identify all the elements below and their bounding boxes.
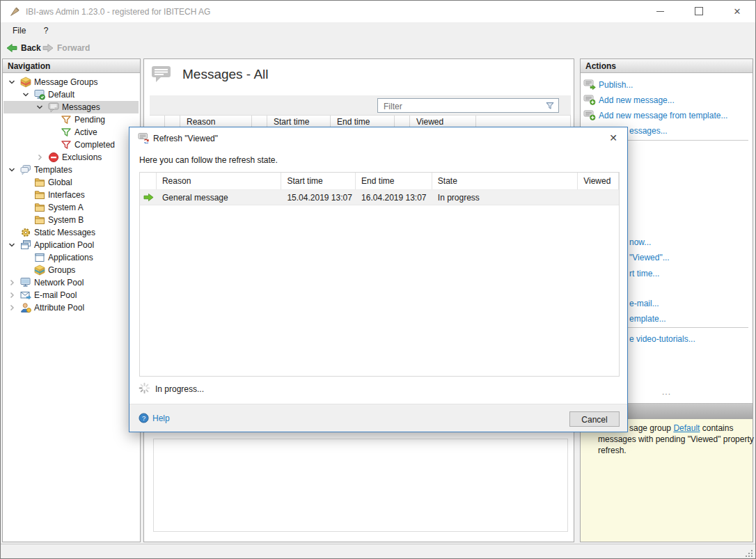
static-messages-icon	[20, 227, 31, 238]
application-icon	[34, 252, 45, 263]
action-item-fragment[interactable]: "Viewed"...	[629, 253, 670, 262]
navigation-panel: Navigation Message GroupsDefaultMessages…	[2, 58, 141, 542]
default-group-link[interactable]: Default	[673, 423, 700, 433]
nav-item-application-pool[interactable]: Application Pool	[3, 239, 139, 251]
navigation-header: Navigation	[3, 59, 140, 73]
nav-item-static-messages[interactable]: Static Messages	[3, 226, 139, 239]
refresh-table-cell: 16.04.2019 13:07	[356, 190, 432, 205]
chevron-right-icon[interactable]	[8, 291, 16, 299]
action-item-fragment[interactable]: now...	[629, 237, 651, 247]
filter-funnel-icon[interactable]	[545, 101, 555, 111]
nav-item-interfaces[interactable]: Interfaces	[3, 189, 139, 201]
refresh-column-header-blank	[140, 173, 157, 189]
help-link[interactable]: Help	[152, 414, 170, 423]
nav-item-system-b[interactable]: System B	[3, 214, 139, 226]
window-title: IBI-aws Admin 1.23.0 - registered for IB…	[26, 7, 210, 17]
back-arrow-icon	[6, 43, 17, 53]
action-item-fragment[interactable]: e-mail...	[629, 299, 659, 308]
nav-item-active[interactable]: Active	[3, 126, 139, 139]
action-item-add-new-message[interactable]: Add new message...	[581, 93, 753, 107]
chevron-down-icon[interactable]	[8, 78, 16, 86]
nav-item-groups[interactable]: Groups	[3, 264, 139, 276]
back-button[interactable]: Back	[6, 41, 41, 55]
spinner-icon	[139, 382, 150, 394]
close-icon: ✕	[734, 6, 741, 17]
nav-item-messages[interactable]: Messages	[3, 101, 139, 113]
nav-item-completed[interactable]: Completed	[3, 139, 139, 151]
nav-item-system-a[interactable]: System A	[3, 201, 139, 214]
nav-item-attribute-pool[interactable]: Attribute Pool	[3, 301, 139, 314]
nav-item-label: Messages	[62, 102, 100, 112]
chevron-down-icon[interactable]	[22, 90, 30, 99]
nav-item-e-mail-pool[interactable]: E-mail Pool	[3, 289, 139, 301]
dialog-title: Refresh "Viewed"	[153, 134, 218, 143]
minimize-button[interactable]	[641, 1, 679, 22]
maximize-button[interactable]	[680, 1, 718, 22]
nav-item-default[interactable]: Default	[3, 88, 139, 101]
cancel-button[interactable]: Cancel	[569, 411, 620, 427]
nav-item-label: Exclusions	[62, 152, 102, 162]
menu-bar: File ?	[1, 22, 755, 40]
nav-item-exclusions[interactable]: Exclusions	[3, 151, 139, 164]
refresh-table-cell	[140, 190, 157, 205]
action-item-label: Publish...	[599, 80, 633, 90]
app-logo-icon	[9, 6, 21, 17]
nav-item-pending[interactable]: Pending	[3, 113, 139, 126]
dialog-close-icon: ✕	[609, 132, 617, 143]
add-message-icon	[583, 109, 596, 120]
title-bar: IBI-aws Admin 1.23.0 - registered for IB…	[1, 1, 755, 22]
nav-item-label: Completed	[74, 140, 115, 150]
menu-file[interactable]: File	[5, 22, 33, 40]
nav-item-global[interactable]: Global	[3, 176, 139, 189]
chevron-right-icon[interactable]	[36, 153, 44, 162]
folder-icon	[34, 202, 45, 213]
nav-item-network-pool[interactable]: Network Pool	[3, 276, 139, 289]
action-item-fragment[interactable]: emplate...	[629, 314, 666, 324]
refresh-table-cell: 15.04.2019 13:07	[281, 190, 356, 205]
dialog-close-button[interactable]: ✕	[605, 131, 622, 145]
nav-item-applications[interactable]: Applications	[3, 251, 139, 264]
cube-groups-icon	[34, 265, 45, 276]
chevron-down-icon[interactable]	[36, 103, 44, 111]
resize-grip[interactable]	[746, 550, 753, 557]
chevron-down-icon[interactable]	[8, 166, 16, 174]
action-item-label: Add new message from template...	[599, 111, 727, 120]
nav-item-label: Default	[48, 90, 74, 100]
refresh-table-row[interactable]: General message15.04.2019 13:0716.04.201…	[140, 190, 619, 205]
action-item-add-new-message-from-template[interactable]: Add new message from template...	[581, 109, 753, 123]
menu-help[interactable]: ?	[36, 22, 56, 40]
folder-icon	[34, 189, 45, 200]
action-item-fragment[interactable]: essages...	[629, 126, 668, 136]
nav-item-label: E-mail Pool	[34, 290, 77, 300]
refresh-viewed-dialog: Refresh "Viewed" ✕ Here you can follow t…	[129, 127, 628, 432]
action-item-publish[interactable]: Publish...	[581, 78, 753, 92]
close-button[interactable]: ✕	[718, 1, 756, 22]
note-line2: messages with pending "Viewed" property	[598, 434, 754, 444]
page-title: Messages - All	[182, 67, 269, 82]
status-bar	[1, 544, 755, 559]
action-item-fragment[interactable]: e video-tutorials...	[629, 334, 695, 344]
templates-icon	[20, 164, 31, 175]
funnel-red-icon	[61, 139, 72, 150]
nav-item-label: Pending	[74, 115, 105, 125]
help-icon: ?	[139, 413, 149, 423]
nav-item-templates[interactable]: Templates	[3, 164, 139, 176]
dialog-intro-text: Here you can follow the refresh state.	[139, 155, 278, 165]
chevron-down-icon[interactable]	[8, 241, 16, 249]
actions-header: Actions	[581, 59, 753, 73]
app-pool-icon	[20, 239, 31, 251]
nav-item-label: System B	[48, 215, 84, 225]
nav-item-message-groups[interactable]: Message Groups	[3, 76, 139, 88]
message-bubble-icon	[48, 102, 59, 113]
action-item-fragment[interactable]: rt time...	[629, 269, 659, 278]
back-label: Back	[21, 43, 41, 53]
nav-item-label: Interfaces	[48, 190, 85, 200]
chevron-right-icon[interactable]	[8, 278, 16, 287]
nav-item-label: Templates	[34, 165, 72, 175]
chevron-right-icon[interactable]	[8, 304, 16, 312]
refresh-table-body: General message15.04.2019 13:0716.04.201…	[140, 190, 619, 205]
nav-item-label: Application Pool	[34, 240, 94, 250]
forward-button[interactable]: Forward	[42, 41, 90, 55]
filter-input[interactable]	[382, 100, 531, 113]
refresh-table-cell: In progress	[432, 190, 578, 205]
